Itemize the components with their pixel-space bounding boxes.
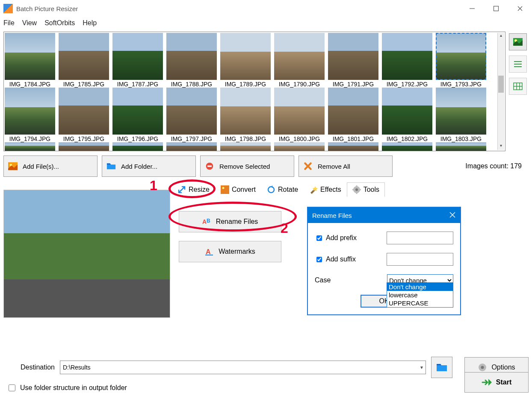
thumbnail-image[interactable]	[5, 88, 55, 135]
thumbnail[interactable]	[274, 142, 325, 151]
add-prefix-input[interactable]	[316, 235, 322, 241]
tab-effects[interactable]: Effects	[304, 182, 347, 197]
thumbnail[interactable]	[328, 142, 378, 151]
use-folder-structure-input[interactable]	[9, 384, 15, 391]
thumbnail-image[interactable]	[436, 142, 486, 151]
remove-all-button[interactable]: Remove All	[299, 155, 393, 177]
maximize-button[interactable]	[484, 0, 508, 17]
thumbnail[interactable]: IMG_1796.JPG	[112, 88, 163, 142]
watermarks-label: Watermarks	[219, 248, 255, 255]
thumbnail-image[interactable]	[5, 33, 55, 80]
svg-text:B: B	[207, 218, 210, 224]
thumbnail-image[interactable]	[274, 33, 325, 80]
thumbnail[interactable]: IMG_1791.JPG	[328, 33, 378, 88]
thumbnail-image[interactable]	[112, 142, 163, 151]
thumbnail-image[interactable]	[112, 88, 163, 135]
scroll-thumb[interactable]	[498, 76, 504, 93]
thumbnail[interactable]: IMG_1794.JPG	[5, 88, 55, 142]
thumbnail[interactable]: IMG_1792.JPG	[382, 33, 432, 88]
case-dropdown-list[interactable]: Don't changelowercaseUPPERCASE	[387, 282, 453, 308]
menu-file[interactable]: File	[3, 19, 15, 27]
thumbnail-image[interactable]	[436, 33, 486, 80]
thumbnail-image[interactable]	[436, 88, 486, 135]
menu-softorbits[interactable]: SoftOrbits	[44, 19, 75, 27]
thumbnail[interactable]: IMG_1798.JPG	[220, 88, 271, 142]
thumbnail[interactable]: IMG_1802.JPG	[382, 88, 432, 142]
thumbnail-image[interactable]	[328, 88, 378, 135]
thumbnail[interactable]	[436, 142, 486, 151]
dialog-close-icon[interactable]	[449, 211, 456, 220]
thumbnail[interactable]: IMG_1789.JPG	[220, 33, 271, 88]
prefix-text-input[interactable]	[387, 232, 453, 244]
watermarks-button[interactable]: A Watermarks	[179, 241, 281, 262]
thumbnail[interactable]	[112, 142, 163, 151]
add-suffix-checkbox[interactable]: Add suffix	[315, 255, 382, 264]
thumbnail[interactable]: IMG_1800.JPG	[274, 88, 325, 142]
thumbnail-image[interactable]	[59, 33, 109, 80]
thumbnail[interactable]: IMG_1784.JPG	[5, 33, 55, 88]
add-prefix-checkbox[interactable]: Add prefix	[315, 234, 382, 242]
thumbnail[interactable]: IMG_1803.JPG	[436, 88, 486, 142]
tab-resize[interactable]: Resize	[172, 182, 215, 197]
thumbnail[interactable]	[5, 142, 55, 151]
suffix-text-input[interactable]	[387, 253, 453, 266]
thumbnail-image[interactable]	[59, 88, 109, 135]
thumbnail-image[interactable]	[328, 33, 378, 80]
thumbnail-image[interactable]	[382, 142, 432, 151]
gallery-scrollbar[interactable]: ▴ ▾	[497, 33, 504, 150]
thumbnail-image[interactable]	[274, 88, 325, 135]
thumbnail[interactable]: IMG_1801.JPG	[328, 88, 378, 142]
rename-files-button[interactable]: AB Rename Files	[179, 211, 281, 232]
add-suffix-input[interactable]	[316, 257, 322, 262]
menu-view[interactable]: View	[22, 19, 37, 27]
start-button[interactable]: Start	[464, 372, 529, 393]
thumbnail[interactable]: IMG_1785.JPG	[59, 33, 109, 88]
use-folder-structure-checkbox[interactable]: Use folder structure in output folder	[7, 383, 127, 393]
thumbnail[interactable]	[382, 142, 432, 151]
thumbnail-gallery[interactable]: IMG_1784.JPGIMG_1785.JPGIMG_1787.JPGIMG_…	[3, 32, 505, 151]
thumbnail-image[interactable]	[220, 142, 271, 151]
thumbnail[interactable]: IMG_1790.JPG	[274, 33, 325, 88]
thumbnail-image[interactable]	[274, 142, 325, 151]
thumbnail-image[interactable]	[328, 142, 378, 151]
menu-help[interactable]: Help	[83, 19, 97, 27]
remove-all-label: Remove All	[318, 163, 350, 170]
thumbnail-image[interactable]	[382, 33, 432, 80]
thumbnail-image[interactable]	[59, 142, 109, 151]
thumbnail[interactable]: IMG_1797.JPG	[166, 88, 217, 142]
thumbnail-image[interactable]	[220, 88, 271, 135]
scroll-down-icon[interactable]: ▾	[498, 143, 504, 150]
thumbnail-image[interactable]	[166, 33, 217, 80]
browse-folder-button[interactable]	[431, 357, 452, 378]
thumbnail-image[interactable]	[166, 142, 217, 151]
add-files-button[interactable]: Add File(s)...	[3, 155, 98, 177]
view-list-button[interactable]	[509, 56, 527, 73]
thumbnail-image[interactable]	[166, 88, 217, 135]
tab-rotate[interactable]: Rotate	[261, 182, 304, 197]
tab-convert[interactable]: Convert	[215, 182, 261, 197]
add-folder-button[interactable]: Add Folder...	[102, 155, 196, 177]
thumbnail[interactable]: IMG_1795.JPG	[59, 88, 109, 142]
scroll-up-icon[interactable]: ▴	[498, 33, 504, 40]
view-grid-button[interactable]	[509, 78, 527, 95]
thumbnail[interactable]	[166, 142, 217, 151]
thumbnail[interactable]	[220, 142, 271, 151]
thumbnail[interactable]: IMG_1788.JPG	[166, 33, 217, 88]
tab-tools[interactable]: Tools	[347, 182, 385, 197]
thumbnail[interactable]: IMG_1793.JPG	[436, 33, 486, 88]
thumbnail[interactable]	[59, 142, 109, 151]
case-option[interactable]: Don't change	[387, 283, 453, 291]
destination-combo[interactable]: D:\Results ▾	[60, 361, 426, 374]
thumbnail-image[interactable]	[220, 33, 271, 80]
remove-selected-button[interactable]: Remove Selected	[200, 155, 294, 177]
thumbnail-image[interactable]	[382, 88, 432, 135]
dialog-title-bar[interactable]: Rename Files	[308, 208, 460, 223]
thumbnail-image[interactable]	[112, 33, 163, 80]
thumbnail[interactable]: IMG_1787.JPG	[112, 33, 163, 88]
case-option[interactable]: lowercase	[387, 291, 453, 299]
thumbnail-image[interactable]	[5, 142, 55, 151]
case-option[interactable]: UPPERCASE	[387, 299, 453, 307]
view-thumbnails-button[interactable]	[509, 33, 527, 50]
close-button[interactable]	[508, 0, 532, 17]
minimize-button[interactable]	[460, 0, 484, 17]
